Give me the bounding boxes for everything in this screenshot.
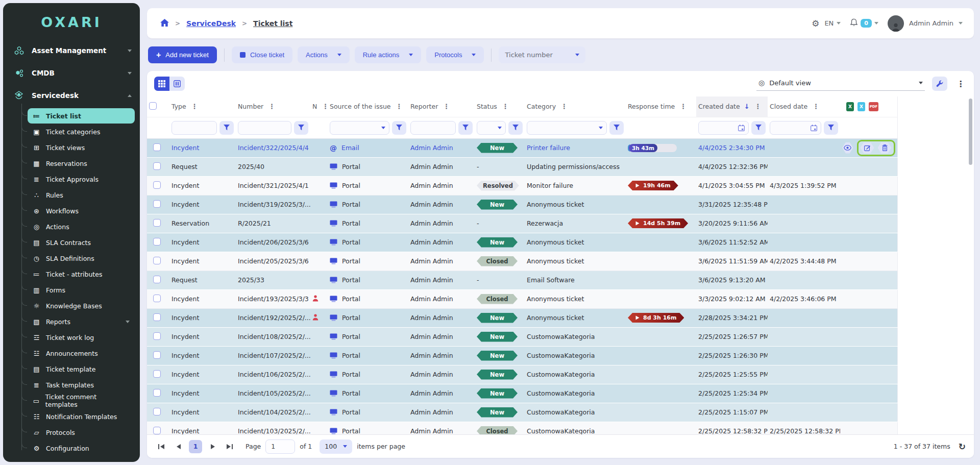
- sidebar-item-sla-definitions[interactable]: ◷ SLA Definitions: [28, 251, 135, 266]
- filter-funnel-button[interactable]: [294, 121, 308, 135]
- first-page-button[interactable]: [155, 440, 167, 453]
- language-select[interactable]: EN: [824, 19, 841, 27]
- row-checkbox[interactable]: [153, 295, 161, 302]
- ticket-row[interactable]: IncydentIncident/192/2025/2/...PortalAdm…: [147, 308, 897, 327]
- row-checkbox[interactable]: [153, 257, 161, 264]
- column-menu-icon[interactable]: ⋮: [560, 103, 569, 110]
- export-csv-icon[interactable]: X: [857, 102, 865, 111]
- filter-date-closed[interactable]: [770, 121, 821, 135]
- row-checkbox[interactable]: [153, 408, 161, 415]
- row-checkbox[interactable]: [153, 389, 161, 397]
- ticket-row[interactable]: IncydentIncident/104/2025/2/...PortalAdm…: [147, 403, 897, 422]
- column-menu-icon[interactable]: ⋮: [679, 103, 688, 110]
- ticket-row[interactable]: IncydentIncident/206/2025/3/6PortalAdmin…: [147, 233, 897, 252]
- row-checkbox[interactable]: [153, 238, 161, 246]
- column-menu-icon[interactable]: ⋮: [321, 103, 328, 110]
- protocols-dropdown-button[interactable]: Protocols: [426, 46, 484, 63]
- ticket-row[interactable]: IncydentIncident/105/2025/2/...PortalAdm…: [147, 384, 897, 403]
- preview-ticket-button[interactable]: [842, 142, 853, 154]
- ticket-row[interactable]: IncydentIncident/108/2025/2/...PortalAdm…: [147, 327, 897, 346]
- refresh-icon[interactable]: ↻: [959, 442, 966, 452]
- sidebar-item-ticket-template[interactable]: ▤ Ticket template: [28, 361, 135, 377]
- actions-dropdown-button[interactable]: Actions: [298, 46, 350, 63]
- sidebar-item-asset-management[interactable]: Asset Management: [3, 39, 140, 62]
- column-menu-icon[interactable]: ⋮: [501, 103, 510, 110]
- row-checkbox[interactable]: [153, 143, 161, 151]
- row-checkbox[interactable]: [153, 370, 161, 378]
- row-checkbox[interactable]: [153, 219, 161, 227]
- sidebar-item-sla-contracts[interactable]: ▤ SLA Contracts: [28, 235, 135, 250]
- sidebar-item-task-templates[interactable]: ≣ Task templates: [28, 377, 135, 393]
- avatar[interactable]: [888, 15, 904, 32]
- row-checkbox[interactable]: [153, 351, 161, 359]
- sidebar-item-ticket-views[interactable]: ⊞ Ticket views: [28, 140, 135, 155]
- sidebar-item-rules[interactable]: ∴ Rules: [28, 187, 135, 203]
- column-menu-icon[interactable]: ⋮: [812, 103, 820, 110]
- gear-icon[interactable]: ⚙: [812, 18, 819, 29]
- row-checkbox[interactable]: [153, 200, 161, 208]
- delete-ticket-button[interactable]: [878, 142, 892, 154]
- rule-actions-dropdown-button[interactable]: Rule actions: [355, 46, 422, 63]
- sort-desc-icon[interactable]: ↓: [744, 103, 750, 110]
- column-menu-icon[interactable]: ⋮: [190, 103, 199, 110]
- close-ticket-button[interactable]: Close ticket: [232, 46, 292, 63]
- sidebar-item-protocols[interactable]: ▱ Protocols: [28, 425, 135, 440]
- filter-input-reporter[interactable]: [410, 121, 456, 135]
- sidebar-item-ticket-list[interactable]: ≔ Ticket list: [28, 108, 135, 124]
- row-checkbox[interactable]: [153, 427, 161, 434]
- filter-funnel-button[interactable]: [751, 121, 766, 135]
- filter-funnel-button[interactable]: [392, 121, 406, 135]
- ticket-row[interactable]: IncydentIncident/106/2025/2/...PortalAdm…: [147, 365, 897, 384]
- breadcrumb-servicedesk[interactable]: ServiceDesk: [186, 19, 236, 28]
- ticket-row[interactable]: IncydentIncident/205/2025/3/6PortalAdmin…: [147, 252, 897, 271]
- next-page-button[interactable]: [207, 440, 219, 453]
- filter-select-source[interactable]: [330, 121, 389, 135]
- columns-view-toggle[interactable]: [169, 77, 185, 91]
- ticket-row[interactable]: IncydentIncident/319/2025/3/...PortalAdm…: [147, 195, 897, 214]
- filter-funnel-button[interactable]: [824, 121, 838, 135]
- filter-funnel-button[interactable]: [609, 121, 624, 135]
- last-page-button[interactable]: [224, 440, 236, 453]
- sidebar-item-ticket-approvals[interactable]: ≣ Ticket Approvals: [28, 172, 135, 187]
- ticket-row[interactable]: IncydentIncident/107/2025/2/...PortalAdm…: [147, 346, 897, 365]
- sidebar-item-ticket-work-log[interactable]: ☲ Ticket work log: [28, 330, 135, 345]
- column-header-select[interactable]: [147, 96, 169, 117]
- ticket-row[interactable]: IncydentIncident/103/2025/2/...PortalAdm…: [147, 422, 897, 434]
- export-pdf-icon[interactable]: PDF: [869, 102, 878, 111]
- page-input[interactable]: 1: [265, 439, 295, 454]
- sidebar-item-announcements[interactable]: ☳ Announcements: [28, 346, 135, 361]
- sidebar-item-workflows[interactable]: ⊛ Workflows: [28, 203, 135, 218]
- ticket-row[interactable]: IncydentIncident/322/2025/4/4@EmailAdmin…: [147, 138, 897, 157]
- filter-select-category[interactable]: [527, 121, 607, 135]
- table-settings-button[interactable]: [932, 77, 947, 91]
- sidebar-item-reports[interactable]: ▧ Reports: [28, 314, 135, 329]
- more-options-button[interactable]: ⋮: [954, 79, 967, 89]
- notifications-menu[interactable]: 0: [850, 18, 878, 29]
- filter-select-status[interactable]: [477, 121, 506, 135]
- row-checkbox[interactable]: [153, 162, 161, 170]
- column-menu-icon[interactable]: ⋮: [754, 103, 763, 110]
- filter-date-created[interactable]: [698, 121, 749, 135]
- ticket-row[interactable]: Request2025/33PortalAdmin Admin-Email So…: [147, 271, 897, 289]
- edit-ticket-button[interactable]: [861, 142, 874, 154]
- previous-page-button[interactable]: [172, 440, 184, 453]
- filter-input-type[interactable]: [172, 121, 217, 135]
- ticket-row[interactable]: ReservationR/2025/21PortalAdmin Admin-Re…: [147, 214, 897, 233]
- sidebar-item-actions[interactable]: ◎ Actions: [28, 219, 135, 234]
- export-xls-icon[interactable]: X: [846, 102, 854, 111]
- vertical-scrollbar[interactable]: [969, 99, 972, 165]
- home-icon[interactable]: [160, 19, 169, 28]
- page-number-button[interactable]: 1: [189, 440, 202, 453]
- row-checkbox[interactable]: [153, 276, 161, 283]
- view-select[interactable]: ◎ Default view: [756, 77, 925, 91]
- add-new-ticket-button[interactable]: + Add new ticket: [148, 46, 217, 63]
- filter-funnel-button[interactable]: [219, 121, 234, 135]
- sidebar-item-cmdb[interactable]: CMDB: [3, 62, 140, 84]
- sidebar-item-ticket-comment-templates[interactable]: ▭ Ticket comment templates: [28, 393, 135, 408]
- ticket-row[interactable]: IncydentIncident/193/2025/3/3PortalAdmin…: [147, 289, 897, 308]
- ticket-row[interactable]: Request2025/40PortalAdmin Admin-Updating…: [147, 157, 897, 176]
- column-menu-icon[interactable]: ⋮: [442, 103, 451, 110]
- sidebar-item-ticket-attributes[interactable]: ≔ Ticket - attributes: [28, 266, 135, 282]
- sidebar-item-ticket-categories[interactable]: ▣ Ticket categories: [28, 124, 135, 139]
- sidebar-item-notification-templates[interactable]: ☷ Notification Templates: [28, 409, 135, 424]
